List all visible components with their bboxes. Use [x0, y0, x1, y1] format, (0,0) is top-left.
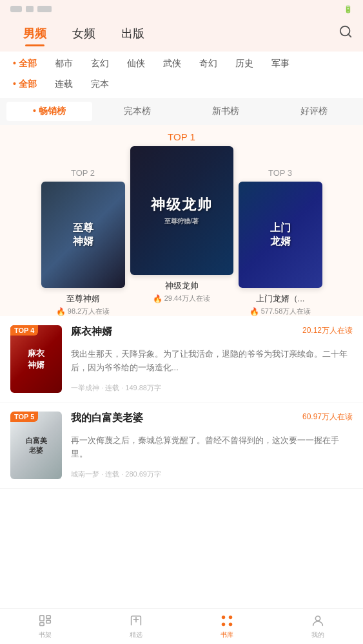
rank-tab-rating[interactable]: 好评榜 — [271, 102, 357, 121]
lib-icon — [219, 613, 235, 629]
list-readers-4: 20.12万人在读 — [302, 325, 353, 336]
mine-icon — [310, 613, 326, 629]
fire-icon-1: 🔥 — [153, 294, 162, 303]
status-left — [10, 6, 52, 12]
bottom-nav: 书架 精选 书库 我的 — [0, 608, 363, 644]
category-row-1: 全部 都市 玄幻 仙侠 武侠 奇幻 历史 军事 — [0, 52, 363, 76]
svg-point-12 — [315, 616, 320, 621]
book-title-2: 至尊神婿 — [66, 293, 100, 305]
book-cover-3[interactable]: 上门龙婿 — [239, 182, 322, 288]
podium-item-2[interactable]: TOP 2 至尊神婿 至尊神婿 🔥 98.2万人在读 — [41, 168, 125, 316]
svg-rect-3 — [46, 616, 50, 619]
tab-female[interactable]: 女频 — [59, 23, 108, 44]
svg-point-10 — [222, 623, 226, 627]
list-top-5: 我的白富美老婆 60.97万人在读 — [71, 412, 353, 425]
podium-item-1[interactable]: TOP 1 神级龙帅 至尊狩猎/著 神级龙帅 🔥 29.44万人在读 — [130, 131, 233, 303]
list-item-4[interactable]: 麻衣神婿 TOP 4 麻衣神婿 20.12万人在读 我出生那天，天降异象。为了让… — [0, 316, 363, 402]
rank-label-3: TOP 3 — [268, 168, 292, 178]
list-meta-4: 一举成神 · 连载 · 149.88万字 — [71, 383, 353, 393]
list-cover-4: 麻衣神婿 TOP 4 — [10, 325, 62, 393]
nav-item-pick[interactable]: 精选 — [91, 609, 182, 644]
rank-label-2: TOP 2 — [71, 168, 95, 178]
rank-tab-complete[interactable]: 完本榜 — [95, 102, 181, 121]
rank-label-1: TOP 1 — [168, 131, 195, 142]
podium: TOP 2 至尊神婿 至尊神婿 🔥 98.2万人在读 TOP 1 神级龙帅 至尊… — [6, 131, 357, 303]
list-desc-4: 我出生那天，天降异象。为了让我活命，退隐的爷爷为我订亲续命。二十年后，因为爷爷给… — [71, 348, 353, 375]
nav-label-pick: 精选 — [130, 630, 142, 639]
nav-label-shelf: 书架 — [39, 630, 52, 639]
list-cover-5: 白富美老婆 TOP 5 — [10, 412, 62, 479]
list-info-4: 麻衣神婿 20.12万人在读 我出生那天，天降异象。为了让我活命，退隐的爷爷为我… — [71, 325, 353, 393]
rank-tab-bestseller[interactable]: 畅销榜 — [6, 102, 92, 121]
rank-tab-new[interactable]: 新书榜 — [183, 102, 269, 121]
list-item-5[interactable]: 白富美老婆 TOP 5 我的白富美老婆 60.97万人在读 再一次侮蔑之后，秦城… — [0, 402, 363, 489]
book-readers-1: 🔥 29.44万人在读 — [153, 294, 211, 303]
list-title-4: 麻衣神婿 — [71, 325, 112, 339]
cat-city[interactable]: 都市 — [52, 57, 75, 71]
svg-rect-5 — [40, 623, 44, 626]
tab-male[interactable]: 男频 — [10, 23, 59, 44]
cat-all[interactable]: 全部 — [10, 57, 39, 71]
svg-point-11 — [229, 623, 233, 627]
search-icon[interactable] — [338, 24, 353, 43]
list-meta-5: 城南一梦 · 连载 · 280.69万字 — [71, 469, 353, 479]
svg-rect-4 — [46, 620, 50, 623]
shelf-icon — [37, 613, 53, 629]
pick-icon — [128, 613, 144, 629]
status-bar: 🔋 — [0, 0, 363, 18]
cat-serial[interactable]: 连载 — [52, 77, 75, 91]
book-title-1: 神级龙帅 — [165, 280, 199, 292]
tab-publish[interactable]: 出版 — [108, 23, 157, 44]
category-row-2: 全部 连载 完本 — [0, 76, 363, 98]
cover-image-2: 至尊神婿 — [41, 182, 125, 288]
cover-image-1: 神级龙帅 至尊狩猎/著 — [130, 146, 233, 275]
podium-section: TOP 2 至尊神婿 至尊神婿 🔥 98.2万人在读 TOP 1 神级龙帅 至尊… — [0, 125, 363, 316]
book-cover-1[interactable]: 神级龙帅 至尊狩猎/著 — [130, 146, 233, 275]
cat-scifi[interactable]: 奇幻 — [197, 57, 220, 71]
podium-item-3[interactable]: TOP 3 上门龙婿 上门龙婿（... 🔥 577.58万人在读 — [239, 168, 322, 316]
book-readers-3: 🔥 577.58万人在读 — [250, 307, 311, 316]
list-title-5: 我的白富美老婆 — [71, 412, 143, 425]
signal-icon — [10, 6, 22, 12]
status-time: 🔋 — [344, 5, 353, 14]
fire-icon-3: 🔥 — [250, 307, 259, 316]
nav-label-mine: 我的 — [311, 630, 324, 639]
nav-label-library: 书库 — [221, 630, 233, 639]
list-top-4: 麻衣神婿 20.12万人在读 — [71, 325, 353, 339]
svg-rect-2 — [40, 616, 44, 621]
fire-icon-2: 🔥 — [56, 307, 66, 316]
cat-military[interactable]: 军事 — [269, 57, 292, 71]
battery-icon — [37, 6, 52, 12]
wifi-icon — [26, 6, 34, 12]
rank-badge-4: TOP 4 — [10, 325, 38, 336]
svg-point-9 — [229, 616, 233, 620]
rank-badge-5: TOP 5 — [10, 412, 38, 422]
list-desc-5: 再一次侮蔑之后，秦城总算觉醒了。曾经不曾得到的，这次要一一握在手里。 — [71, 434, 353, 461]
cat-martial[interactable]: 武侠 — [161, 57, 184, 71]
cat-xianxia[interactable]: 仙侠 — [124, 57, 148, 71]
cat-complete[interactable]: 完本 — [88, 77, 112, 91]
svg-point-8 — [222, 616, 226, 620]
top-nav: 男频 女频 出版 — [0, 18, 363, 52]
cover-image-3: 上门龙婿 — [239, 182, 322, 288]
nav-item-shelf[interactable]: 书架 — [0, 609, 91, 644]
nav-item-library[interactable]: 书库 — [182, 609, 273, 644]
book-title-3: 上门龙婿（... — [256, 293, 305, 305]
rank-tabs: 畅销榜 完本榜 新书榜 好评榜 — [0, 98, 363, 125]
svg-line-1 — [348, 34, 351, 37]
book-cover-2[interactable]: 至尊神婿 — [41, 182, 125, 288]
book-readers-2: 🔥 98.2万人在读 — [56, 307, 110, 316]
list-section: 麻衣神婿 TOP 4 麻衣神婿 20.12万人在读 我出生那天，天降异象。为了让… — [0, 316, 363, 495]
cat-fantasy[interactable]: 玄幻 — [88, 57, 112, 71]
nav-item-mine[interactable]: 我的 — [272, 609, 363, 644]
cat-all2[interactable]: 全部 — [10, 77, 39, 91]
list-info-5: 我的白富美老婆 60.97万人在读 再一次侮蔑之后，秦城总算觉醒了。曾经不曾得到… — [71, 412, 353, 479]
cat-history[interactable]: 历史 — [233, 57, 256, 71]
list-readers-5: 60.97万人在读 — [302, 412, 353, 422]
